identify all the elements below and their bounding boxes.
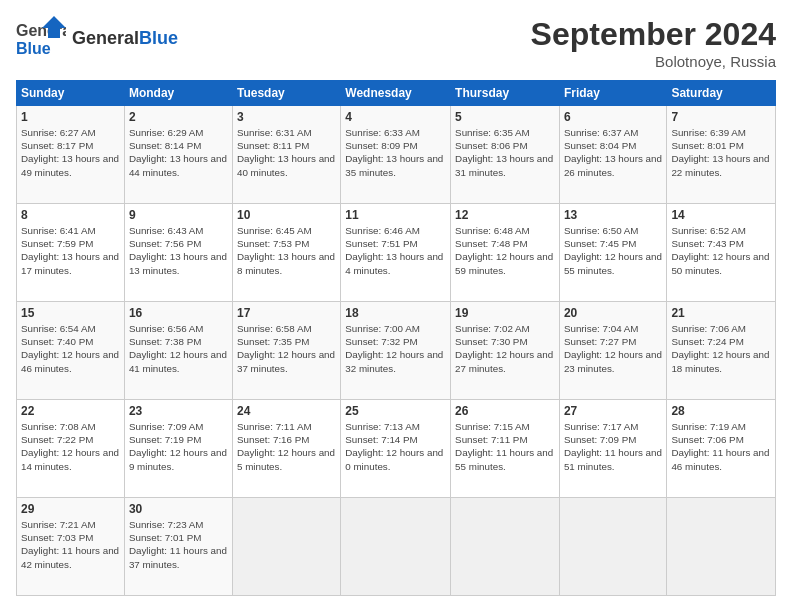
day-detail: Sunrise: 7:23 AMSunset: 7:01 PMDaylight:…	[129, 518, 228, 571]
calendar-cell: 14 Sunrise: 6:52 AMSunset: 7:43 PMDaylig…	[667, 204, 776, 302]
day-number: 25	[345, 404, 446, 418]
calendar: SundayMondayTuesdayWednesdayThursdayFrid…	[16, 80, 776, 596]
day-detail: Sunrise: 7:17 AMSunset: 7:09 PMDaylight:…	[564, 420, 662, 473]
day-number: 24	[237, 404, 336, 418]
week-row-5: 29 Sunrise: 7:21 AMSunset: 7:03 PMDaylig…	[17, 498, 776, 596]
day-detail: Sunrise: 6:35 AMSunset: 8:06 PMDaylight:…	[455, 126, 555, 179]
calendar-cell: 25 Sunrise: 7:13 AMSunset: 7:14 PMDaylig…	[341, 400, 451, 498]
calendar-cell	[451, 498, 560, 596]
calendar-cell: 21 Sunrise: 7:06 AMSunset: 7:24 PMDaylig…	[667, 302, 776, 400]
calendar-cell: 6 Sunrise: 6:37 AMSunset: 8:04 PMDayligh…	[559, 106, 666, 204]
day-number: 15	[21, 306, 120, 320]
calendar-cell: 30 Sunrise: 7:23 AMSunset: 7:01 PMDaylig…	[124, 498, 232, 596]
day-detail: Sunrise: 6:31 AMSunset: 8:11 PMDaylight:…	[237, 126, 336, 179]
header-day-sunday: Sunday	[17, 81, 125, 106]
day-detail: Sunrise: 6:33 AMSunset: 8:09 PMDaylight:…	[345, 126, 446, 179]
day-detail: Sunrise: 6:37 AMSunset: 8:04 PMDaylight:…	[564, 126, 662, 179]
calendar-cell: 12 Sunrise: 6:48 AMSunset: 7:48 PMDaylig…	[451, 204, 560, 302]
day-number: 2	[129, 110, 228, 124]
day-detail: Sunrise: 6:52 AMSunset: 7:43 PMDaylight:…	[671, 224, 771, 277]
day-detail: Sunrise: 7:08 AMSunset: 7:22 PMDaylight:…	[21, 420, 120, 473]
day-number: 14	[671, 208, 771, 222]
day-detail: Sunrise: 6:41 AMSunset: 7:59 PMDaylight:…	[21, 224, 120, 277]
day-number: 6	[564, 110, 662, 124]
logo: General Blue GeneralBlue	[16, 16, 178, 61]
calendar-cell: 27 Sunrise: 7:17 AMSunset: 7:09 PMDaylig…	[559, 400, 666, 498]
day-detail: Sunrise: 6:54 AMSunset: 7:40 PMDaylight:…	[21, 322, 120, 375]
day-number: 29	[21, 502, 120, 516]
calendar-cell: 19 Sunrise: 7:02 AMSunset: 7:30 PMDaylig…	[451, 302, 560, 400]
day-number: 21	[671, 306, 771, 320]
calendar-cell: 15 Sunrise: 6:54 AMSunset: 7:40 PMDaylig…	[17, 302, 125, 400]
day-number: 11	[345, 208, 446, 222]
calendar-cell	[232, 498, 340, 596]
location: Bolotnoye, Russia	[531, 53, 776, 70]
calendar-cell: 8 Sunrise: 6:41 AMSunset: 7:59 PMDayligh…	[17, 204, 125, 302]
day-detail: Sunrise: 6:45 AMSunset: 7:53 PMDaylight:…	[237, 224, 336, 277]
calendar-body: 1 Sunrise: 6:27 AMSunset: 8:17 PMDayligh…	[17, 106, 776, 596]
day-detail: Sunrise: 6:46 AMSunset: 7:51 PMDaylight:…	[345, 224, 446, 277]
day-number: 20	[564, 306, 662, 320]
header-day-thursday: Thursday	[451, 81, 560, 106]
day-detail: Sunrise: 7:21 AMSunset: 7:03 PMDaylight:…	[21, 518, 120, 571]
day-detail: Sunrise: 7:15 AMSunset: 7:11 PMDaylight:…	[455, 420, 555, 473]
title-block: September 2024 Bolotnoye, Russia	[531, 16, 776, 70]
day-detail: Sunrise: 7:04 AMSunset: 7:27 PMDaylight:…	[564, 322, 662, 375]
calendar-cell: 18 Sunrise: 7:00 AMSunset: 7:32 PMDaylig…	[341, 302, 451, 400]
day-detail: Sunrise: 6:48 AMSunset: 7:48 PMDaylight:…	[455, 224, 555, 277]
header-row: SundayMondayTuesdayWednesdayThursdayFrid…	[17, 81, 776, 106]
logo-text: GeneralBlue	[72, 29, 178, 49]
day-number: 12	[455, 208, 555, 222]
day-detail: Sunrise: 7:06 AMSunset: 7:24 PMDaylight:…	[671, 322, 771, 375]
day-number: 8	[21, 208, 120, 222]
calendar-cell: 16 Sunrise: 6:56 AMSunset: 7:38 PMDaylig…	[124, 302, 232, 400]
calendar-cell: 22 Sunrise: 7:08 AMSunset: 7:22 PMDaylig…	[17, 400, 125, 498]
day-number: 4	[345, 110, 446, 124]
day-number: 9	[129, 208, 228, 222]
calendar-cell: 24 Sunrise: 7:11 AMSunset: 7:16 PMDaylig…	[232, 400, 340, 498]
day-number: 26	[455, 404, 555, 418]
day-detail: Sunrise: 7:09 AMSunset: 7:19 PMDaylight:…	[129, 420, 228, 473]
header-day-tuesday: Tuesday	[232, 81, 340, 106]
day-number: 10	[237, 208, 336, 222]
calendar-cell: 4 Sunrise: 6:33 AMSunset: 8:09 PMDayligh…	[341, 106, 451, 204]
day-detail: Sunrise: 7:11 AMSunset: 7:16 PMDaylight:…	[237, 420, 336, 473]
calendar-cell: 11 Sunrise: 6:46 AMSunset: 7:51 PMDaylig…	[341, 204, 451, 302]
calendar-cell: 1 Sunrise: 6:27 AMSunset: 8:17 PMDayligh…	[17, 106, 125, 204]
logo-icon: General Blue	[16, 16, 66, 61]
day-detail: Sunrise: 6:56 AMSunset: 7:38 PMDaylight:…	[129, 322, 228, 375]
week-row-4: 22 Sunrise: 7:08 AMSunset: 7:22 PMDaylig…	[17, 400, 776, 498]
day-number: 5	[455, 110, 555, 124]
day-number: 13	[564, 208, 662, 222]
calendar-cell: 10 Sunrise: 6:45 AMSunset: 7:53 PMDaylig…	[232, 204, 340, 302]
day-number: 22	[21, 404, 120, 418]
day-number: 18	[345, 306, 446, 320]
day-detail: Sunrise: 7:19 AMSunset: 7:06 PMDaylight:…	[671, 420, 771, 473]
calendar-cell: 3 Sunrise: 6:31 AMSunset: 8:11 PMDayligh…	[232, 106, 340, 204]
week-row-2: 8 Sunrise: 6:41 AMSunset: 7:59 PMDayligh…	[17, 204, 776, 302]
day-number: 16	[129, 306, 228, 320]
calendar-cell: 29 Sunrise: 7:21 AMSunset: 7:03 PMDaylig…	[17, 498, 125, 596]
header: General Blue GeneralBlue September 2024 …	[16, 16, 776, 70]
calendar-cell: 28 Sunrise: 7:19 AMSunset: 7:06 PMDaylig…	[667, 400, 776, 498]
calendar-cell: 5 Sunrise: 6:35 AMSunset: 8:06 PMDayligh…	[451, 106, 560, 204]
month-title: September 2024	[531, 16, 776, 53]
calendar-cell: 23 Sunrise: 7:09 AMSunset: 7:19 PMDaylig…	[124, 400, 232, 498]
calendar-cell	[559, 498, 666, 596]
day-number: 19	[455, 306, 555, 320]
header-day-wednesday: Wednesday	[341, 81, 451, 106]
day-detail: Sunrise: 6:29 AMSunset: 8:14 PMDaylight:…	[129, 126, 228, 179]
day-detail: Sunrise: 6:58 AMSunset: 7:35 PMDaylight:…	[237, 322, 336, 375]
week-row-3: 15 Sunrise: 6:54 AMSunset: 7:40 PMDaylig…	[17, 302, 776, 400]
calendar-cell: 2 Sunrise: 6:29 AMSunset: 8:14 PMDayligh…	[124, 106, 232, 204]
day-number: 7	[671, 110, 771, 124]
calendar-cell	[341, 498, 451, 596]
calendar-cell: 13 Sunrise: 6:50 AMSunset: 7:45 PMDaylig…	[559, 204, 666, 302]
calendar-cell: 20 Sunrise: 7:04 AMSunset: 7:27 PMDaylig…	[559, 302, 666, 400]
day-detail: Sunrise: 6:27 AMSunset: 8:17 PMDaylight:…	[21, 126, 120, 179]
day-number: 27	[564, 404, 662, 418]
day-detail: Sunrise: 7:02 AMSunset: 7:30 PMDaylight:…	[455, 322, 555, 375]
calendar-cell: 26 Sunrise: 7:15 AMSunset: 7:11 PMDaylig…	[451, 400, 560, 498]
calendar-cell	[667, 498, 776, 596]
day-number: 3	[237, 110, 336, 124]
